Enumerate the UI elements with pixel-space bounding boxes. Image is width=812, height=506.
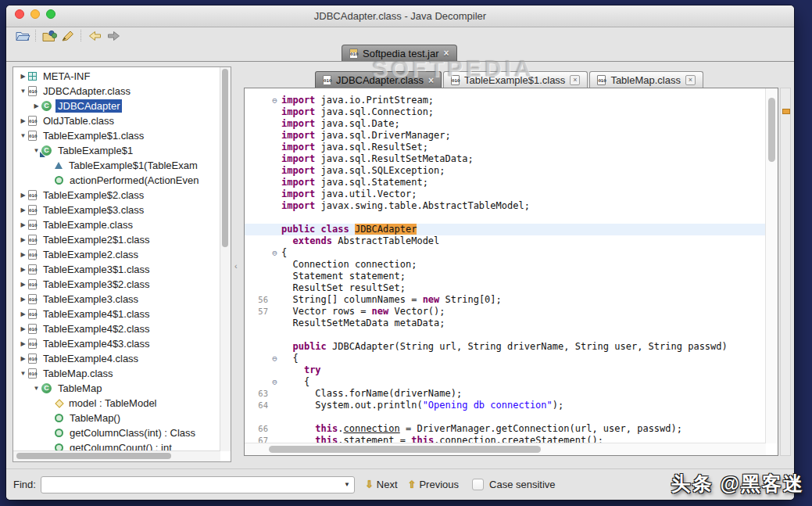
tree-item-label: META-INF (41, 70, 92, 83)
tree-item-oldjtable-class[interactable]: ▶010OldJTable.class (13, 113, 220, 128)
expand-arrow-icon[interactable]: ▶ (18, 117, 28, 124)
line-number: 66 (245, 423, 268, 435)
close-window-button[interactable] (15, 9, 24, 19)
fold-icon[interactable]: ⊖ (268, 376, 281, 388)
tree-item-tablemap-class[interactable]: ▼010TableMap.class (13, 366, 220, 381)
corner-watermark: 头条 @黑客迷 (671, 471, 804, 497)
expand-arrow-icon[interactable]: ▼ (31, 385, 41, 392)
tab-jdbcadapter-class[interactable]: 010JDBCAdapter.class× (315, 71, 442, 88)
tab-tableexample-1-class[interactable]: 010TableExample$1.class× (443, 71, 588, 88)
find-previous-button[interactable]: ⇧ Previous (408, 479, 459, 490)
class-tree-panel[interactable]: ▶META-INF▼010JDBCAdapter.class▶CJDBCAdap… (13, 66, 231, 462)
tree-item-tableexample-1[interactable]: ▼CTableExample$1 (13, 143, 220, 158)
scrollbar-thumb[interactable] (222, 69, 228, 247)
tree-item-meta-inf[interactable]: ▶META-INF (13, 69, 220, 84)
tree-horizontal-scrollbar[interactable] (13, 450, 220, 461)
fold-icon[interactable]: ⊖ (268, 353, 281, 364)
expand-arrow-icon[interactable]: ▼ (18, 88, 28, 95)
code-line: ResultSetMetaData metaData; (245, 318, 766, 329)
tree-item-tableexample4-2-class[interactable]: ▶010TableExample4$2.class (13, 321, 220, 336)
tree-item-model-tablemodel[interactable]: model : TableModel (13, 396, 220, 411)
tab-tablemap-class[interactable]: 010TableMap.class× (589, 71, 703, 88)
scrollbar-thumb[interactable] (16, 453, 171, 459)
toolbar-separator (80, 30, 82, 41)
expand-arrow-icon[interactable]: ▶ (18, 206, 28, 214)
expand-arrow-icon[interactable]: ▶ (18, 221, 28, 228)
title-bar[interactable]: JDBCAdapter.class - Java Decompiler (6, 5, 794, 27)
forward-button[interactable] (104, 29, 123, 43)
expand-arrow-icon[interactable]: ▶ (18, 340, 28, 347)
split-collapse-icon[interactable]: ‹ (234, 262, 238, 271)
expand-arrow-icon[interactable]: ▶ (18, 73, 28, 80)
tree-item-actionperformed-actioneven[interactable]: actionPerformed(ActionEven (13, 173, 220, 188)
tree-item-tableexample-1-tableexam[interactable]: TableExample$1(TableExam (13, 158, 220, 173)
tree-item-tableexample-1-class[interactable]: ▼010TableExample$1.class (13, 128, 220, 143)
tree-item-getcolumnclass-int-class[interactable]: getColumnClass(int) : Class (13, 425, 220, 440)
tab-softpedia-test-jar[interactable]: 010 Softpedia test.jar × (342, 45, 457, 61)
expand-arrow-icon[interactable]: ▶ (18, 355, 28, 362)
tree-item-tableexample3-class[interactable]: ▶010TableExample3.class (13, 292, 220, 307)
find-input[interactable] (45, 478, 340, 492)
method-icon (55, 176, 63, 185)
close-icon[interactable]: × (428, 76, 434, 85)
minimize-window-button[interactable] (30, 9, 40, 19)
dropdown-arrow-icon[interactable]: ▼ (344, 481, 350, 489)
expand-arrow-icon[interactable]: ▶ (18, 266, 28, 273)
close-icon[interactable]: × (685, 75, 696, 85)
scrollbar-thumb[interactable] (768, 98, 775, 162)
tree-item-tableexample-3-class[interactable]: ▶010TableExample$3.class (13, 203, 220, 217)
tree-item-tableexample2-1-class[interactable]: ▶010TableExample2$1.class (13, 232, 220, 247)
expand-arrow-icon[interactable]: ▶ (18, 325, 28, 332)
tree-item-jdbcadapter[interactable]: ▶CJDBCAdapter (13, 99, 220, 113)
main-area: ▶META-INF▼010JDBCAdapter.class▶CJDBCAdap… (6, 62, 794, 468)
editor-horizontal-scrollbar[interactable] (245, 443, 766, 455)
tree-item-tableexample3-1-class[interactable]: ▶010TableExample3$1.class (13, 262, 220, 277)
scrollbar-thumb[interactable] (269, 446, 541, 453)
tree-item-tableexample-class[interactable]: ▶010TableExample.class (13, 217, 220, 232)
tree-item-label: TableExample3.class (41, 292, 141, 306)
close-icon[interactable]: × (444, 48, 449, 58)
tree-item-tableexample4-1-class[interactable]: ▶010TableExample4$1.class (13, 307, 220, 321)
expand-arrow-icon[interactable]: ▼ (18, 370, 28, 377)
fold-icon[interactable]: ⊖ (268, 95, 281, 106)
open-file-button[interactable] (13, 29, 32, 43)
expand-arrow-icon[interactable]: ▶ (18, 236, 28, 243)
tree-item-tableexample4-3-class[interactable]: ▶010TableExample4$3.class (13, 336, 220, 351)
search-button[interactable] (59, 29, 77, 43)
expand-arrow-icon[interactable]: ▶ (18, 192, 28, 199)
tab-label: TableMap.class (610, 74, 681, 86)
occurrence-marker[interactable] (782, 109, 790, 114)
tree-item-label: TableExample3$1.class (41, 263, 152, 276)
tree-vertical-scrollbar[interactable] (220, 67, 231, 451)
code-editor[interactable]: ⊖import java.io.PrintStream;import java.… (244, 88, 778, 456)
tree-item-tablemap[interactable]: ▼CTableMap (13, 381, 220, 396)
expand-arrow-icon[interactable]: ▼ (18, 132, 28, 139)
expand-arrow-icon[interactable]: ▶ (18, 251, 28, 258)
fold-icon[interactable]: ⊖ (268, 247, 281, 259)
find-next-button[interactable]: ⇩ Next (365, 479, 398, 490)
tree-item-tableexample2-class[interactable]: ▶010TableExample2.class (13, 247, 220, 262)
tree-item-tableexample4-class[interactable]: ▶010TableExample4.class (13, 351, 220, 366)
class-file-icon: 010 (597, 75, 606, 85)
zoom-window-button[interactable] (46, 9, 55, 19)
tree-item-label: TableExample2.class (41, 248, 141, 261)
expand-arrow-icon[interactable]: ▶ (18, 310, 28, 318)
close-icon[interactable]: × (570, 75, 580, 85)
case-sensitive-checkbox[interactable] (472, 479, 484, 490)
code-line: import java.sql.DriverManager; (245, 130, 766, 142)
tree-item-tablemap[interactable]: TableMap() (13, 411, 220, 425)
back-button[interactable] (85, 29, 104, 43)
tree-item-jdbcadapter-class[interactable]: ▼010JDBCAdapter.class (13, 84, 220, 99)
expand-arrow-icon[interactable]: ▶ (18, 281, 28, 288)
expand-arrow-icon[interactable]: ▶ (31, 102, 41, 109)
open-type-button[interactable] (40, 29, 59, 43)
code-line: ⊖{ (245, 247, 766, 259)
code-area[interactable]: ⊖import java.io.PrintStream;import java.… (245, 95, 766, 443)
find-next-label: Next (377, 479, 398, 490)
previous-arrow-icon: ⇧ (408, 479, 417, 490)
tree-item-label: TableExample4.class (41, 352, 141, 365)
tree-item-tableexample-2-class[interactable]: ▶010TableExample$2.class (13, 188, 220, 203)
editor-vertical-scrollbar[interactable] (765, 88, 778, 443)
tree-item-tableexample3-2-class[interactable]: ▶010TableExample3$2.class (13, 277, 220, 292)
expand-arrow-icon[interactable]: ▶ (18, 296, 28, 303)
